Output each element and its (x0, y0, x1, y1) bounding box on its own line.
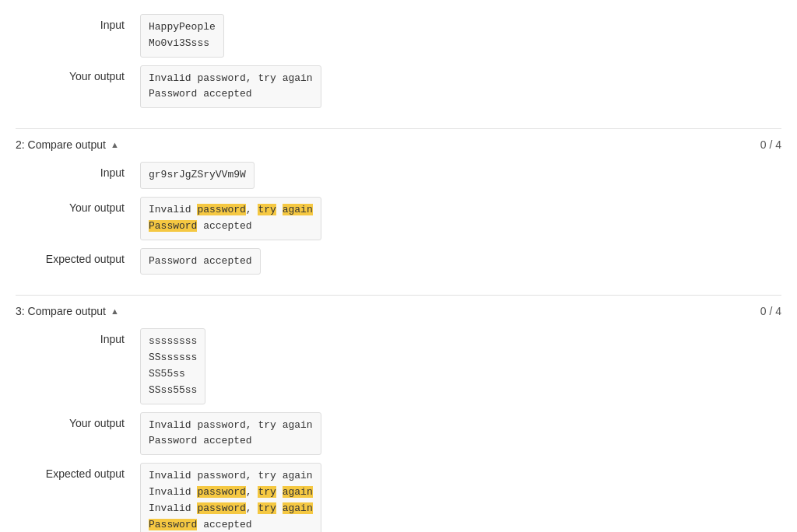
section2-output-row: Your output Invalid password, try again … (16, 197, 781, 240)
section2-output-label: Your output (16, 197, 140, 214)
section3-output-value: Invalid password, try again Password acc… (140, 412, 321, 456)
section3-output-row: Your output Invalid password, try again … (16, 412, 781, 456)
highlight-again4: again (283, 502, 313, 514)
section1-output-label: Your output (16, 65, 140, 82)
section3-input-value: ssssssss SSssssss SS55ss SSss55ss (140, 328, 205, 404)
highlight-password5: Password (149, 519, 197, 530)
section-2-header[interactable]: 2: Compare output ▲ 0 / 4 (16, 138, 781, 151)
text-segment: , (246, 204, 258, 215)
highlight-password: password (197, 204, 245, 215)
text-segment: accepted (197, 220, 251, 232)
section-2: 2: Compare output ▲ 0 / 4 Input gr9srJgZ… (16, 129, 781, 296)
section3-output-label: Your output (16, 412, 140, 429)
highlight-password2: Password (149, 220, 197, 232)
section2-input-row: Input gr9srJgZSryVVm9W (16, 162, 781, 189)
section3-expected-row: Expected output Invalid password, try ag… (16, 463, 781, 532)
section1-input-label: Input (16, 14, 140, 31)
section-3-score: 0 / 4 (760, 305, 781, 317)
highlight-password3: password (197, 486, 245, 498)
section-3-title: 3: Compare output ▲ (16, 305, 119, 317)
section2-input-label: Input (16, 162, 140, 179)
section1-output-row: Your output Invalid password, try again … (16, 65, 781, 109)
text-segment (276, 204, 283, 215)
section2-expected-label: Expected output (16, 248, 140, 265)
text-segment: Invalid (149, 204, 197, 215)
page-container: Input HappyPeople Mo0vi3Ssss Your output… (0, 0, 797, 532)
highlight-again3: again (283, 486, 313, 498)
highlight-password4: password (197, 502, 245, 514)
highlight-try4: try (258, 502, 276, 514)
section2-expected-row: Expected output Password accepted (16, 248, 781, 275)
section1-output-value: Invalid password, try again Password acc… (140, 65, 321, 109)
section-2-title-text: 2: Compare output (16, 138, 106, 151)
section-3: 3: Compare output ▲ 0 / 4 Input ssssssss… (16, 296, 781, 532)
section2-output-value: Invalid password, try again Password acc… (140, 197, 321, 240)
section2-expected-value: Password accepted (140, 248, 261, 275)
section-3-chevron-icon: ▲ (111, 306, 119, 316)
highlight-again: again (283, 204, 313, 215)
section3-expected-label: Expected output (16, 463, 140, 480)
section-3-header[interactable]: 3: Compare output ▲ 0 / 4 (16, 305, 781, 317)
section-1-partial: Input HappyPeople Mo0vi3Ssss Your output… (16, 8, 781, 129)
highlight-try: try (258, 204, 276, 215)
section1-input-value: HappyPeople Mo0vi3Ssss (140, 14, 224, 58)
section3-expected-value: Invalid password, try again Invalid pass… (140, 463, 321, 532)
highlight-try3: try (258, 486, 276, 498)
section-2-score: 0 / 4 (760, 138, 781, 151)
section2-input-value: gr9srJgZSryVVm9W (140, 162, 255, 189)
section3-input-row: Input ssssssss SSssssss SS55ss SSss55ss (16, 328, 781, 404)
section-2-chevron-icon: ▲ (111, 140, 119, 149)
section3-input-label: Input (16, 328, 140, 345)
section-3-title-text: 3: Compare output (16, 305, 106, 317)
section1-input-row: Input HappyPeople Mo0vi3Ssss (16, 14, 781, 58)
section-2-title: 2: Compare output ▲ (16, 138, 119, 151)
